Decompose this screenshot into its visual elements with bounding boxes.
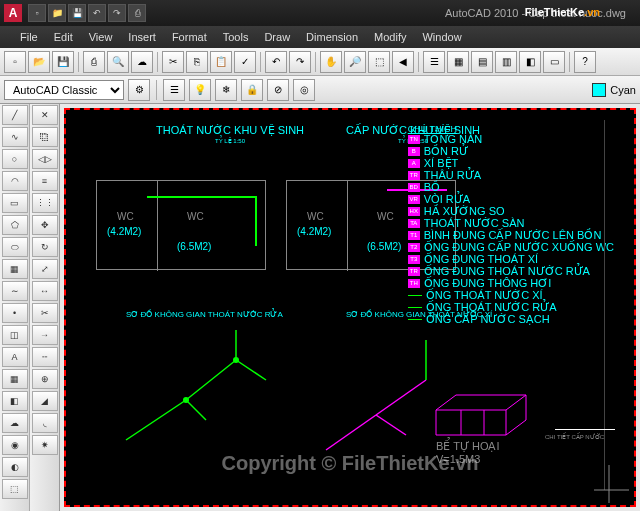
rect-tool[interactable]: ▭ — [2, 193, 28, 213]
zoom-prev-icon[interactable]: ◀ — [392, 51, 414, 73]
workspace-settings-icon[interactable]: ⚙ — [128, 79, 150, 101]
layer-lock-icon[interactable]: 🔒 — [241, 79, 263, 101]
layer-manager-icon[interactable]: ☰ — [163, 79, 185, 101]
brand-watermark: FileThietKe.vn — [525, 4, 600, 19]
redo-icon[interactable]: ↷ — [289, 51, 311, 73]
copy-tool[interactable]: ⿻ — [32, 127, 58, 147]
drawing-canvas[interactable]: THOÁT NƯỚC KHU VỆ SINH TỶ LỆ 1:50 CẤP NƯ… — [64, 108, 636, 507]
plot-icon[interactable]: ⎙ — [83, 51, 105, 73]
titlebar: A ▫ 📁 💾 ↶ ↷ ⎙ AutoCAD 2010 - Cap thoat n… — [0, 0, 640, 26]
iso-diagram-1 — [106, 320, 286, 460]
region-tool[interactable]: ◧ — [2, 391, 28, 411]
copy-icon[interactable]: ⎘ — [186, 51, 208, 73]
copyright-watermark: Copyright © FileThietKe.vn — [222, 452, 479, 475]
layer-iso-icon[interactable]: ◎ — [293, 79, 315, 101]
table-tool[interactable]: ▦ — [2, 369, 28, 389]
break-tool[interactable]: ╌ — [32, 347, 58, 367]
paste-icon[interactable]: 📋 — [210, 51, 232, 73]
tool-palette-icon[interactable]: ▤ — [471, 51, 493, 73]
legend-item: HXHẦ XƯỚNG SO — [408, 206, 614, 216]
sheet-set-icon[interactable]: ▥ — [495, 51, 517, 73]
color-swatch[interactable] — [592, 83, 606, 97]
array-tool[interactable]: ⋮⋮ — [32, 193, 58, 213]
menu-insert[interactable]: Insert — [128, 31, 156, 43]
undo-button[interactable]: ↶ — [88, 4, 106, 22]
layer-freeze-icon[interactable]: ❄ — [215, 79, 237, 101]
svg-line-10 — [376, 415, 406, 435]
detail-panel: CHI TIẾT CẤP NƯỚC — [604, 120, 628, 490]
menu-modify[interactable]: Modify — [374, 31, 406, 43]
circle-tool[interactable]: ○ — [2, 149, 28, 169]
menu-draw[interactable]: Draw — [264, 31, 290, 43]
svg-line-8 — [376, 380, 426, 415]
undo-icon[interactable]: ↶ — [265, 51, 287, 73]
chamfer-tool[interactable]: ◢ — [32, 391, 58, 411]
layer-state-icon[interactable]: 💡 — [189, 79, 211, 101]
explode-tool[interactable]: ✷ — [32, 435, 58, 455]
menu-file[interactable]: File — [20, 31, 38, 43]
floorplan-1: WC (4.2M2) WC (6.5M2) — [96, 180, 266, 270]
spline-tool[interactable]: ∼ — [2, 281, 28, 301]
gradient-tool[interactable]: ◐ — [2, 457, 28, 477]
menu-format[interactable]: Format — [172, 31, 207, 43]
text-tool[interactable]: A — [2, 347, 28, 367]
menu-edit[interactable]: Edit — [54, 31, 73, 43]
point-tool[interactable]: • — [2, 303, 28, 323]
workspace-select[interactable]: AutoCAD Classic — [4, 80, 124, 100]
revcloud-tool[interactable]: ☁ — [2, 413, 28, 433]
trim-tool[interactable]: ✂ — [32, 303, 58, 323]
design-center-icon[interactable]: ▦ — [447, 51, 469, 73]
boundary-tool[interactable]: ⬚ — [2, 479, 28, 499]
fillet-tool[interactable]: ◟ — [32, 413, 58, 433]
match-icon[interactable]: ✓ — [234, 51, 256, 73]
extend-tool[interactable]: → — [32, 325, 58, 345]
scale-tool[interactable]: ⤢ — [32, 259, 58, 279]
stretch-tool[interactable]: ↔ — [32, 281, 58, 301]
redo-button[interactable]: ↷ — [108, 4, 126, 22]
menu-dimension[interactable]: Dimension — [306, 31, 358, 43]
publish-icon[interactable]: ☁ — [131, 51, 153, 73]
legend-item: TATHOÁT NƯỚC SÀN — [408, 218, 614, 228]
save-icon[interactable]: 💾 — [52, 51, 74, 73]
donut-tool[interactable]: ◉ — [2, 435, 28, 455]
line-tool[interactable]: ╱ — [2, 105, 28, 125]
app-icon[interactable]: A — [4, 4, 22, 22]
menu-tools[interactable]: Tools — [223, 31, 249, 43]
polygon-tool[interactable]: ⬠ — [2, 215, 28, 235]
block-tool[interactable]: ◫ — [2, 325, 28, 345]
save-button[interactable]: 💾 — [68, 4, 86, 22]
offset-tool[interactable]: ≡ — [32, 171, 58, 191]
join-tool[interactable]: ⊕ — [32, 369, 58, 389]
open-button[interactable]: 📁 — [48, 4, 66, 22]
markup-icon[interactable]: ◧ — [519, 51, 541, 73]
legend-item: AXÍ BỆT — [408, 158, 614, 168]
new-icon[interactable]: ▫ — [4, 51, 26, 73]
new-button[interactable]: ▫ — [28, 4, 46, 22]
calc-icon[interactable]: ▭ — [543, 51, 565, 73]
properties-icon[interactable]: ☰ — [423, 51, 445, 73]
zoom-window-icon[interactable]: ⬚ — [368, 51, 390, 73]
menu-window[interactable]: Window — [422, 31, 461, 43]
iso-title-1: SƠ ĐỒ KHÔNG GIAN THOÁT NƯỚC RỬA — [126, 310, 283, 319]
legend-item: BDBỒ — [408, 182, 614, 192]
ellipse-tool[interactable]: ⬭ — [2, 237, 28, 257]
pan-icon[interactable]: ✋ — [320, 51, 342, 73]
arc-tool[interactable]: ◠ — [2, 171, 28, 191]
cut-icon[interactable]: ✂ — [162, 51, 184, 73]
svg-point-6 — [183, 397, 189, 403]
layer-off-icon[interactable]: ⊘ — [267, 79, 289, 101]
zoom-icon[interactable]: 🔎 — [344, 51, 366, 73]
open-icon[interactable]: 📂 — [28, 51, 50, 73]
mirror-tool[interactable]: ◁▷ — [32, 149, 58, 169]
erase-tool[interactable]: ✕ — [32, 105, 58, 125]
hatch-tool[interactable]: ▦ — [2, 259, 28, 279]
help-icon[interactable]: ? — [574, 51, 596, 73]
pline-tool[interactable]: ∿ — [2, 127, 28, 147]
preview-icon[interactable]: 🔍 — [107, 51, 129, 73]
svg-line-3 — [236, 360, 266, 380]
move-tool[interactable]: ✥ — [32, 215, 58, 235]
menu-view[interactable]: View — [89, 31, 113, 43]
rotate-tool[interactable]: ↻ — [32, 237, 58, 257]
main-area: ╱ ∿ ○ ◠ ▭ ⬠ ⬭ ▦ ∼ • ◫ A ▦ ◧ ☁ ◉ ◐ ⬚ ✕ ⿻ … — [0, 104, 640, 511]
print-button[interactable]: ⎙ — [128, 4, 146, 22]
